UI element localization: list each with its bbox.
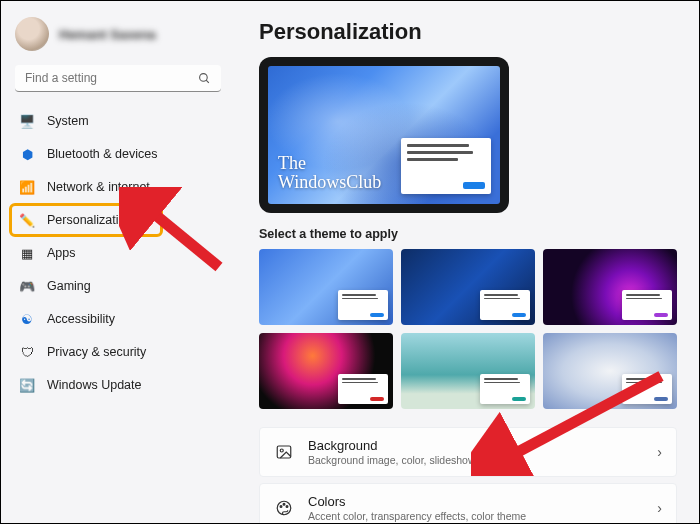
update-icon: 🔄 (19, 377, 35, 393)
sidebar-item-label: Personalization (47, 213, 132, 227)
row-subtitle: Background image, color, slideshow (308, 454, 643, 466)
page-title: Personalization (259, 19, 673, 45)
sidebar-item-bluetooth[interactable]: ⬢ Bluetooth & devices (11, 139, 225, 169)
theme-option-6[interactable] (543, 333, 677, 409)
preview-window (401, 138, 491, 194)
row-background[interactable]: Background Background image, color, slid… (259, 427, 677, 477)
gaming-icon: 🎮 (19, 278, 35, 294)
sidebar-item-accessibility[interactable]: ☯ Accessibility (11, 304, 225, 334)
sidebar-item-personalization[interactable]: ✏️ Personalization (11, 205, 161, 235)
theme-option-1[interactable] (259, 249, 393, 325)
sidebar-item-system[interactable]: 🖥️ System (11, 106, 225, 136)
svg-point-0 (200, 73, 208, 81)
theme-option-2[interactable] (401, 249, 535, 325)
svg-line-1 (206, 80, 209, 83)
sidebar-item-label: Gaming (47, 279, 91, 293)
preview-screen: The WindowsClub (268, 66, 500, 204)
apps-icon: ▦ (19, 245, 35, 261)
sidebar-item-label: Accessibility (47, 312, 115, 326)
row-subtitle: Accent color, transparency effects, colo… (308, 510, 643, 522)
avatar (15, 17, 49, 51)
sidebar-item-gaming[interactable]: 🎮 Gaming (11, 271, 225, 301)
preview-caption: The WindowsClub (278, 154, 381, 192)
svg-point-7 (286, 506, 288, 508)
svg-rect-2 (277, 446, 291, 458)
theme-section-label: Select a theme to apply (259, 227, 673, 241)
svg-point-3 (280, 449, 283, 452)
sidebar-item-label: Network & internet (47, 180, 150, 194)
system-icon: 🖥️ (19, 113, 35, 129)
theme-option-4[interactable] (259, 333, 393, 409)
chevron-right-icon: › (657, 500, 662, 516)
sidebar-item-network[interactable]: 📶 Network & internet (11, 172, 225, 202)
bluetooth-icon: ⬢ (19, 146, 35, 162)
svg-point-5 (280, 506, 282, 508)
sidebar-item-privacy[interactable]: 🛡 Privacy & security (11, 337, 225, 367)
row-title: Colors (308, 494, 643, 509)
theme-option-5[interactable] (401, 333, 535, 409)
row-title: Background (308, 438, 643, 453)
sidebar-item-update[interactable]: 🔄 Windows Update (11, 370, 225, 400)
svg-point-6 (283, 503, 285, 505)
theme-preview[interactable]: The WindowsClub (259, 57, 509, 213)
sidebar-item-label: Windows Update (47, 378, 142, 392)
main-content: Personalization The WindowsClub Select a… (233, 1, 699, 523)
sidebar-item-label: Privacy & security (47, 345, 146, 359)
chevron-right-icon: › (657, 444, 662, 460)
theme-option-3[interactable] (543, 249, 677, 325)
search-input[interactable] (25, 71, 198, 85)
image-icon (274, 442, 294, 462)
accessibility-icon: ☯ (19, 311, 35, 327)
personalization-icon: ✏️ (19, 212, 35, 228)
row-colors[interactable]: Colors Accent color, transparency effect… (259, 483, 677, 523)
sidebar-item-label: System (47, 114, 89, 128)
wifi-icon: 📶 (19, 179, 35, 195)
theme-grid (259, 249, 677, 409)
sidebar-item-apps[interactable]: ▦ Apps (11, 238, 225, 268)
sidebar: Hemant Saxena 🖥️ System ⬢ Bluetooth & de… (1, 1, 233, 523)
sidebar-item-label: Bluetooth & devices (47, 147, 158, 161)
shield-icon: 🛡 (19, 344, 35, 360)
settings-list: Background Background image, color, slid… (259, 427, 677, 523)
profile-block[interactable]: Hemant Saxena (11, 11, 225, 65)
palette-icon (274, 498, 294, 518)
search-icon (198, 72, 211, 85)
profile-name: Hemant Saxena (59, 27, 156, 42)
search-box[interactable] (15, 65, 221, 92)
sidebar-item-label: Apps (47, 246, 76, 260)
